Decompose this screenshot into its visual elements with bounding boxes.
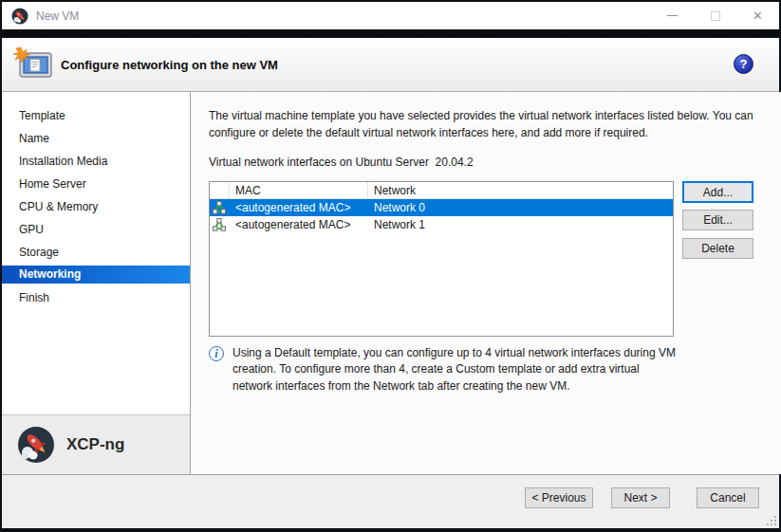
row-network: Network 0 bbox=[368, 199, 673, 216]
new-vm-dialog: New VM ✕ Configure networking on the new… bbox=[0, 0, 781, 532]
info-icon: i bbox=[209, 346, 224, 361]
intro-text: The virtual machine template you have se… bbox=[209, 107, 771, 141]
network-column-header: Network bbox=[368, 182, 673, 198]
step-template[interactable]: Template bbox=[2, 104, 190, 127]
close-button[interactable]: ✕ bbox=[736, 2, 779, 29]
next-button[interactable]: Next > bbox=[611, 487, 670, 508]
step-networking[interactable]: Networking bbox=[2, 266, 190, 284]
table-row[interactable]: <autogenerated MAC> Network 1 bbox=[210, 216, 673, 233]
help-icon: ? bbox=[740, 57, 748, 71]
wizard-step-title: Configure networking on the new VM bbox=[61, 58, 278, 72]
brand-name: XCP-ng bbox=[66, 435, 124, 454]
window-title: New VM bbox=[36, 9, 79, 23]
add-button[interactable]: Add... bbox=[682, 181, 753, 203]
minimize-icon bbox=[667, 15, 678, 16]
step-name[interactable]: Name bbox=[2, 127, 190, 150]
step-installation-media[interactable]: Installation Media bbox=[2, 150, 190, 173]
close-icon: ✕ bbox=[753, 9, 763, 23]
network-icon bbox=[213, 218, 226, 231]
previous-button[interactable]: < Previous bbox=[525, 487, 593, 508]
wizard-header: Configure networking on the new VM ? bbox=[2, 38, 779, 92]
cancel-button[interactable]: Cancel bbox=[697, 487, 759, 508]
edit-button[interactable]: Edit... bbox=[682, 210, 753, 230]
maximize-icon bbox=[711, 11, 720, 21]
wizard-page-content: The virtual machine template you have se… bbox=[191, 92, 781, 474]
wizard-footer: < Previous Next > Cancel bbox=[2, 474, 779, 528]
info-text: Using a Default template, you can config… bbox=[232, 345, 677, 394]
title-bar: New VM ✕ bbox=[2, 2, 779, 29]
table-label: Virtual network interfaces on Ubuntu Ser… bbox=[209, 156, 771, 169]
step-gpu[interactable]: GPU bbox=[2, 218, 190, 241]
new-vm-icon bbox=[13, 46, 55, 83]
row-mac: <autogenerated MAC> bbox=[230, 199, 368, 216]
minimize-button[interactable] bbox=[651, 2, 694, 29]
brand-area: XCP-ng bbox=[2, 414, 190, 474]
resize-grip[interactable] bbox=[767, 516, 776, 525]
network-interfaces-table[interactable]: MAC Network bbox=[209, 181, 674, 337]
network-icon bbox=[213, 201, 226, 214]
window-controls: ✕ bbox=[651, 2, 779, 29]
step-cpu-memory[interactable]: CPU & Memory bbox=[2, 195, 190, 218]
step-storage[interactable]: Storage bbox=[2, 241, 190, 264]
mac-column-header: MAC bbox=[230, 182, 368, 198]
titlebar-separator bbox=[2, 29, 779, 38]
maximize-button[interactable] bbox=[694, 2, 736, 29]
row-mac: <autogenerated MAC> bbox=[230, 216, 368, 233]
icon-column-header bbox=[210, 182, 230, 198]
table-header-row: MAC Network bbox=[210, 182, 673, 199]
xcpng-logo bbox=[17, 426, 55, 464]
step-finish[interactable]: Finish bbox=[2, 286, 190, 309]
wizard-steps-sidebar: Template Name Installation Media Home Se… bbox=[2, 92, 191, 474]
row-network: Network 1 bbox=[368, 216, 673, 233]
step-home-server[interactable]: Home Server bbox=[2, 173, 190, 195]
info-note: i Using a Default template, you can conf… bbox=[209, 345, 688, 394]
delete-button[interactable]: Delete bbox=[682, 238, 753, 259]
help-button[interactable]: ? bbox=[734, 54, 753, 74]
table-row[interactable]: <autogenerated MAC> Network 0 bbox=[210, 199, 673, 216]
xcpng-rocket-icon bbox=[11, 8, 28, 25]
wizard-steps-list: Template Name Installation Media Home Se… bbox=[2, 92, 190, 414]
